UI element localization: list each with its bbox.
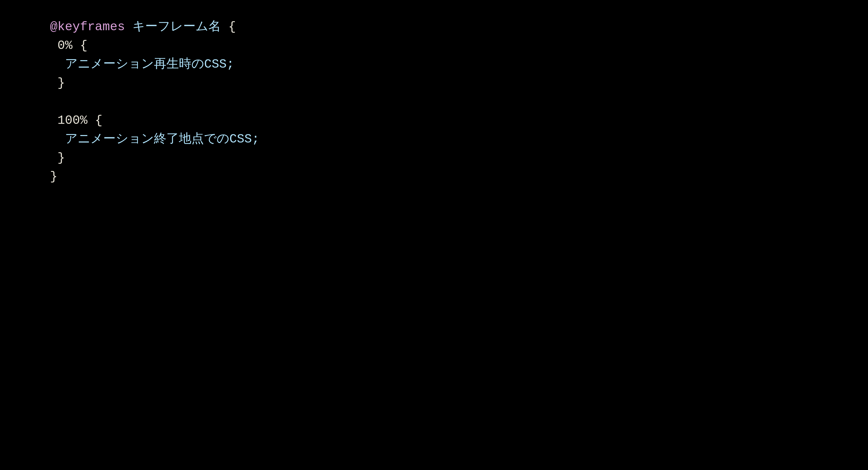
at-rule-keyword: @keyframes — [50, 20, 125, 34]
keyframe-percent-100: 100% — [58, 113, 88, 128]
brace-open: { — [95, 113, 102, 128]
keyframe-body-100: アニメーション終了地点でのCSS; — [65, 132, 259, 146]
brace-open: { — [228, 20, 236, 34]
keyframe-percent-0: 0% — [58, 38, 72, 53]
brace-close: } — [58, 76, 65, 90]
brace-close: } — [58, 151, 65, 165]
keyframe-body-0: アニメーション再生時のCSS; — [65, 57, 234, 71]
brace-open: { — [80, 38, 88, 53]
code-block: @keyframes キーフレーム名 { 0% { アニメーション再生時のCSS… — [0, 0, 259, 186]
keyframes-name: キーフレーム名 — [132, 20, 221, 34]
brace-close: } — [50, 169, 58, 184]
